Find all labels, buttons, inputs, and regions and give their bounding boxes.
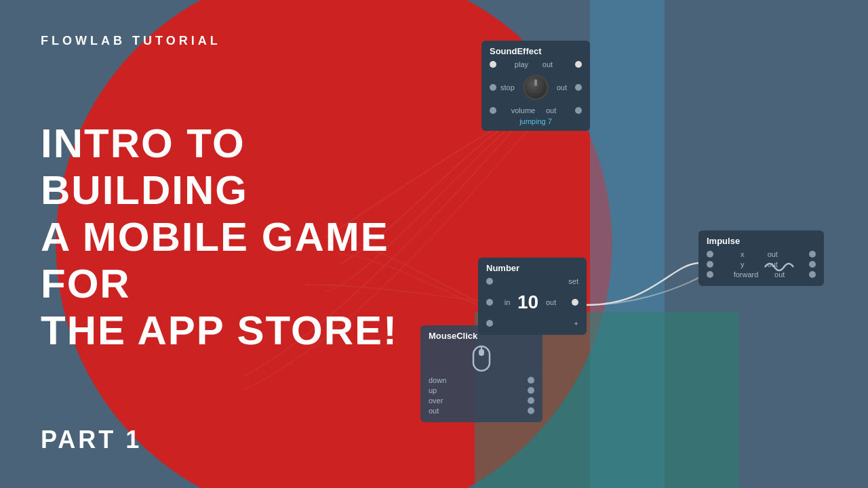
number-set-port-in[interactable] bbox=[486, 278, 493, 285]
mouse-over-port[interactable] bbox=[528, 397, 534, 404]
impulse-node[interactable]: Impulse x out y out forward out bbox=[698, 230, 824, 286]
part-label: PART 1 bbox=[41, 426, 400, 454]
svg-rect-2 bbox=[479, 349, 484, 356]
mouse-icon bbox=[471, 345, 492, 372]
impulse-y-port-in[interactable] bbox=[707, 261, 713, 268]
mouse-out-port[interactable] bbox=[528, 407, 534, 414]
text-overlay: FLOWLAB TUTORIAL INTRO TO BUILDINGA MOBI… bbox=[0, 0, 441, 488]
sound-play-row: play out bbox=[490, 60, 582, 68]
impulse-x-port-out[interactable] bbox=[809, 251, 816, 258]
mouse-down-row: down bbox=[429, 376, 534, 384]
impulse-y-row: y out bbox=[707, 260, 816, 268]
number-plus-row: + bbox=[486, 319, 578, 327]
number-plus-port-in[interactable] bbox=[486, 320, 493, 327]
stop-port-in[interactable] bbox=[490, 84, 496, 91]
play-port-in[interactable] bbox=[490, 61, 496, 68]
number-set-row: set bbox=[486, 277, 578, 285]
number-node[interactable]: Number set in 10 out + bbox=[478, 258, 587, 335]
mouse-out-row: out bbox=[429, 407, 534, 415]
volume-port-out[interactable] bbox=[575, 107, 582, 114]
sound-knob[interactable] bbox=[523, 75, 549, 100]
mouse-up-row: up bbox=[429, 386, 534, 394]
impulse-x-port-in[interactable] bbox=[707, 251, 713, 258]
impulse-forward-port-in[interactable] bbox=[707, 271, 713, 278]
sound-effect-title: SoundEffect bbox=[490, 46, 582, 56]
mouse-down-port[interactable] bbox=[528, 377, 534, 384]
number-out-port[interactable] bbox=[572, 299, 578, 306]
mouse-over-row: over bbox=[429, 396, 534, 405]
number-in-port-in[interactable] bbox=[486, 299, 493, 306]
sound-volume-row: volume out bbox=[490, 106, 582, 115]
node-editor: SoundEffect play out stop out volume out… bbox=[434, 0, 868, 488]
sound-stop-row: stop out bbox=[490, 70, 582, 104]
play-port-out[interactable] bbox=[575, 61, 582, 68]
number-title: Number bbox=[486, 263, 578, 273]
number-in-row: in 10 out bbox=[486, 287, 578, 317]
impulse-y-port-out[interactable] bbox=[809, 261, 816, 268]
stop-port-out[interactable] bbox=[575, 84, 582, 91]
spring-icon bbox=[762, 257, 795, 277]
volume-port-in[interactable] bbox=[490, 107, 496, 114]
sound-file-label: jumping 7 bbox=[490, 117, 582, 125]
mouse-up-port[interactable] bbox=[528, 387, 534, 394]
impulse-title: Impulse bbox=[707, 236, 816, 246]
subtitle: FLOWLAB TUTORIAL bbox=[41, 34, 400, 48]
main-title: INTRO TO BUILDINGA MOBILE GAME FORTHE AP… bbox=[41, 120, 400, 354]
mouse-icon-area bbox=[429, 345, 534, 372]
number-value: 10 bbox=[517, 287, 538, 317]
sound-effect-node[interactable]: SoundEffect play out stop out volume out… bbox=[481, 41, 590, 131]
impulse-forward-port-out[interactable] bbox=[809, 271, 816, 278]
